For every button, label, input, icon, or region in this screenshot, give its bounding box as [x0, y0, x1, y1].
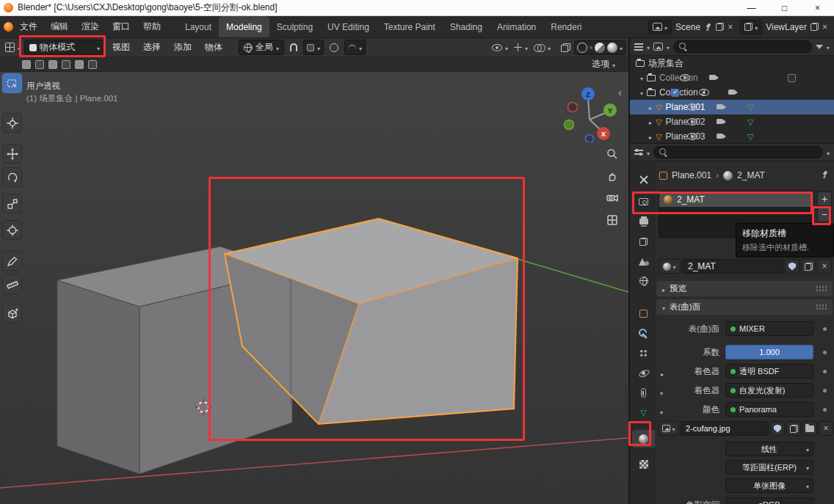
fake-user-button[interactable]: [785, 259, 799, 274]
pin-icon[interactable]: [704, 23, 712, 32]
scene-name[interactable]: Scene: [675, 22, 700, 32]
tab-layout[interactable]: Layout: [178, 16, 219, 37]
camera-visibility-icon[interactable]: [728, 89, 739, 96]
projection-dropdown[interactable]: 等距圆柱(ERP): [725, 460, 813, 475]
pin-icon[interactable]: [821, 170, 829, 179]
eye-icon[interactable]: [687, 133, 697, 140]
tab-object-data[interactable]: [632, 403, 655, 421]
surface-panel-header[interactable]: 表(曲)面: [656, 299, 833, 315]
tab-object[interactable]: [632, 304, 655, 322]
tab-shading[interactable]: Shading: [443, 16, 490, 37]
outliner-editor-icon[interactable]: [634, 43, 643, 51]
menu-edit[interactable]: 编辑: [44, 16, 75, 37]
chevron-down-icon[interactable]: [827, 147, 830, 158]
unlink-icon[interactable]: [822, 22, 827, 32]
decorator-dot-icon[interactable]: [823, 370, 827, 373]
select-mode-intersect-icon[interactable]: [75, 60, 84, 69]
tab-texture-paint[interactable]: Texture Paint: [377, 16, 443, 37]
snap-target-dropdown[interactable]: [303, 40, 324, 55]
chevron-down-icon[interactable]: [620, 43, 623, 53]
tool-cursor[interactable]: [2, 113, 22, 133]
tab-modeling[interactable]: Modeling: [219, 16, 269, 37]
drag-handle-icon[interactable]: [816, 304, 827, 310]
tab-modifiers[interactable]: [632, 324, 655, 342]
chevron-down-icon[interactable]: [667, 42, 670, 52]
tool-transform[interactable]: [2, 220, 22, 240]
disclosure-icon[interactable]: [640, 87, 643, 98]
image-name-field[interactable]: 2-cufang.jpg: [681, 421, 769, 436]
interpolation-dropdown[interactable]: 线性: [725, 442, 813, 456]
tab-particles[interactable]: [632, 344, 655, 362]
gizmo-x-neg[interactable]: [568, 103, 578, 112]
copy-material-button[interactable]: [801, 259, 816, 274]
transform-orientation-dropdown[interactable]: 全局: [239, 40, 284, 55]
colorspace-dropdown[interactable]: sRGB: [725, 497, 813, 504]
factor-slider[interactable]: 1.000: [725, 345, 813, 359]
display-mode-icon[interactable]: [653, 43, 663, 51]
viewlayer-browse-button[interactable]: [740, 20, 762, 34]
visibility-dropdown[interactable]: [490, 40, 510, 55]
decorator-dot-icon[interactable]: [823, 327, 827, 331]
chevron-down-icon[interactable]: [647, 42, 650, 52]
camera-visibility-icon[interactable]: [717, 133, 727, 140]
disclosure-icon[interactable]: [649, 131, 652, 142]
camera-view-button[interactable]: [603, 189, 621, 207]
chevron-down-icon[interactable]: [647, 147, 650, 158]
image-copy-button[interactable]: [786, 421, 801, 436]
tool-add-cube[interactable]: [2, 304, 22, 324]
shading-rendered-icon[interactable]: [607, 43, 617, 53]
tab-constraints[interactable]: [632, 384, 655, 401]
disclosure-icon[interactable]: [649, 117, 652, 127]
add-material-slot-button[interactable]: [817, 191, 832, 206]
tool-scale[interactable]: [2, 194, 22, 213]
breadcrumb-material[interactable]: 2_MAT: [737, 170, 765, 180]
tab-animation[interactable]: Animation: [490, 16, 543, 37]
tab-world[interactable]: [632, 272, 655, 290]
gizmos-dropdown[interactable]: [512, 40, 530, 55]
scene-browse-button[interactable]: [648, 20, 672, 34]
outliner-row-collection[interactable]: Collection: [630, 70, 834, 85]
menu-select[interactable]: 选择: [137, 41, 167, 54]
browse-image-button[interactable]: [659, 421, 679, 436]
camera-visibility-icon[interactable]: [717, 118, 727, 125]
tab-physics[interactable]: [632, 364, 655, 381]
outliner-row-plane-001[interactable]: Plane.001: [630, 100, 834, 114]
menu-help[interactable]: 帮助: [137, 16, 167, 37]
minimize-button[interactable]: —: [735, 0, 768, 15]
decorator-dot-icon[interactable]: [823, 408, 827, 412]
tab-sculpting[interactable]: Sculpting: [269, 16, 320, 37]
tool-measure[interactable]: [2, 274, 22, 294]
select-mode-invert-icon[interactable]: [62, 60, 70, 69]
menu-render[interactable]: 渲染: [75, 16, 106, 37]
eye-icon[interactable]: [687, 118, 697, 125]
select-mode-extend-icon[interactable]: [35, 60, 44, 69]
material-name-field[interactable]: 2_MAT: [682, 259, 783, 274]
tab-scene[interactable]: [632, 252, 655, 270]
snap-toggle[interactable]: [286, 40, 302, 55]
camera-visibility-icon[interactable]: [709, 74, 719, 81]
menu-view[interactable]: 视图: [106, 41, 136, 54]
disclosure-icon[interactable]: [649, 102, 652, 112]
ortho-grid-button[interactable]: [603, 211, 621, 229]
zoom-button[interactable]: [603, 145, 621, 163]
gizmo-y-neg[interactable]: [565, 120, 574, 130]
overlays-dropdown[interactable]: [532, 40, 553, 55]
unlink-icon[interactable]: [728, 22, 733, 32]
navigation-gizmo[interactable]: Z Y X: [558, 79, 621, 142]
copy-icon[interactable]: [716, 23, 724, 31]
copy-icon[interactable]: [811, 23, 819, 31]
select-mode-subtract-icon[interactable]: [48, 60, 57, 69]
select-mode-new-icon[interactable]: [22, 60, 31, 69]
eye-icon[interactable]: [699, 89, 709, 96]
tab-rendering[interactable]: Renderi: [543, 16, 589, 37]
disclosure-icon[interactable]: [640, 73, 643, 83]
open-image-button[interactable]: [802, 421, 817, 436]
tab-view-layer[interactable]: [632, 233, 655, 250]
tool-rotate[interactable]: [2, 167, 22, 187]
shading-material-icon[interactable]: [595, 43, 605, 53]
scene-selector[interactable]: Scene: [645, 20, 736, 34]
properties-editor-icon[interactable]: [634, 148, 643, 156]
outliner-row-plane-002[interactable]: Plane.002: [630, 114, 834, 129]
proportional-edit-toggle[interactable]: [325, 40, 343, 55]
filter-funnel-icon[interactable]: [816, 45, 823, 49]
